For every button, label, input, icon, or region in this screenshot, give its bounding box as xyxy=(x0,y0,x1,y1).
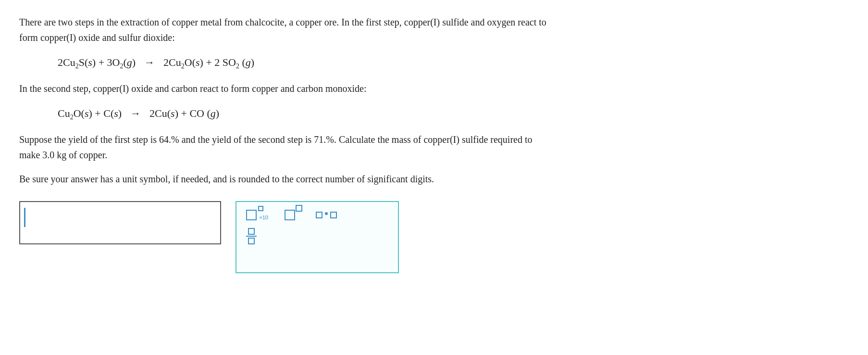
dot-symbol xyxy=(325,212,328,215)
dot-right-square xyxy=(330,212,337,218)
exponent-sup-square xyxy=(258,206,263,211)
paragraph-3: Suppose the yield of the first step is 6… xyxy=(19,132,548,163)
equation-2: Cu2O(s) + C(s) → 2Cu(s) + CO (g) xyxy=(58,105,849,123)
x10-label: ×10 xyxy=(259,214,268,222)
exponent-button[interactable]: ×10 xyxy=(246,210,257,220)
eq1-left: 2Cu2S(s) + 3O2(g) xyxy=(58,54,136,72)
fraction-button[interactable] xyxy=(246,228,257,244)
answer-section: ×10 xyxy=(19,201,849,273)
equation-1: 2Cu2S(s) + 3O2(g) → 2Cu2O(s) + 2 SO2 (g) xyxy=(58,54,849,72)
toolbar-row-1: ×10 xyxy=(246,210,388,220)
math-toolbar: ×10 xyxy=(236,201,399,273)
eq1-right: 2Cu2O(s) + 2 SO2 (g) xyxy=(163,54,254,72)
text-cursor xyxy=(24,208,25,227)
fraction-line xyxy=(246,236,257,237)
dot-notation-button[interactable] xyxy=(316,212,337,218)
superscript-button[interactable] xyxy=(285,210,302,220)
sup-small-square xyxy=(296,205,302,212)
paragraph-4: Be sure your answer has a unit symbol, i… xyxy=(19,171,548,187)
fraction-denominator-square xyxy=(248,238,255,244)
dot-left-square xyxy=(316,212,322,218)
eq2-left: Cu2O(s) + C(s) xyxy=(58,105,122,123)
sup-base-square xyxy=(285,210,295,220)
exponent-base-square xyxy=(246,210,257,220)
eq1-arrow: → xyxy=(144,54,155,71)
eq2-arrow: → xyxy=(130,105,141,122)
paragraph-2: In the second step, copper(I) oxide and … xyxy=(19,81,548,96)
toolbar-row-2 xyxy=(246,228,388,244)
main-content: There are two steps in the extraction of… xyxy=(19,14,849,273)
paragraph-1: There are two steps in the extraction of… xyxy=(19,14,548,45)
fraction-numerator-square xyxy=(248,228,255,235)
answer-input-box[interactable] xyxy=(19,201,221,244)
eq2-right: 2Cu(s) + CO (g) xyxy=(149,105,219,122)
